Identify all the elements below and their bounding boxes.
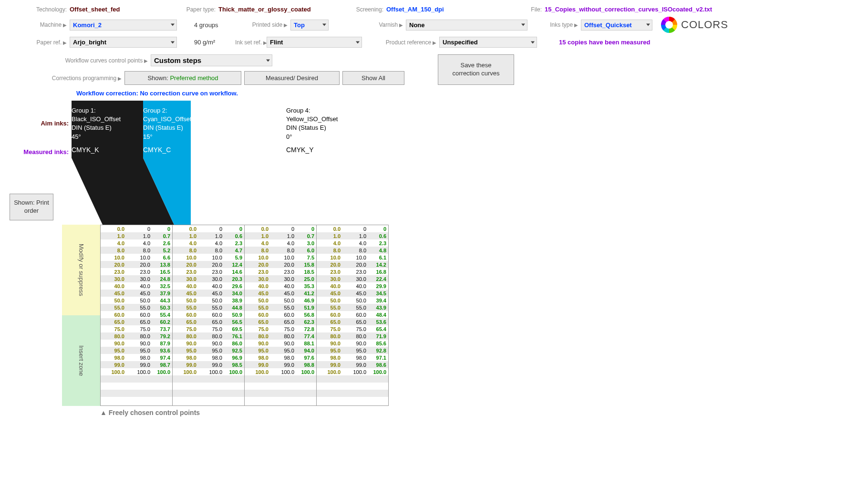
table-row[interactable]: 100.0100.0100.0 — [101, 368, 172, 375]
table-row[interactable]: 80.080.071.9 — [317, 332, 388, 340]
workflow-points-select[interactable]: Custom steps — [151, 54, 272, 66]
table-row[interactable]: 1.01.00.7 — [245, 232, 316, 239]
table-row[interactable] — [101, 375, 172, 383]
table-row[interactable]: 75.075.065.4 — [317, 325, 388, 332]
table-row[interactable]: 100.0100.0100.0 — [173, 368, 244, 375]
table-row[interactable] — [245, 375, 316, 383]
table-row[interactable] — [317, 383, 388, 390]
table-row[interactable]: 40.040.029.9 — [317, 282, 388, 290]
table-row[interactable]: 1.01.00.6 — [173, 232, 244, 239]
table-row[interactable]: 65.065.056.5 — [173, 318, 244, 325]
table-row[interactable]: 75.075.072.8 — [245, 325, 316, 332]
table-row[interactable]: 99.099.098.5 — [173, 361, 244, 368]
table-row[interactable]: 40.040.029.6 — [173, 282, 244, 290]
table-row[interactable]: 75.075.073.7 — [101, 325, 172, 332]
table-row[interactable]: 8.08.06.0 — [245, 247, 316, 254]
table-row[interactable]: 95.095.094.0 — [245, 347, 316, 354]
table-row[interactable]: 90.090.085.6 — [317, 340, 388, 347]
table-row[interactable] — [173, 390, 244, 397]
table-row[interactable]: 40.040.035.3 — [245, 282, 316, 290]
print-order-button[interactable]: Shown: Print order — [10, 194, 53, 220]
table-row[interactable] — [317, 390, 388, 397]
table-row[interactable]: 20.020.012.4 — [173, 261, 244, 268]
paper-ref-select[interactable]: Arjo_bright — [70, 37, 177, 48]
table-row[interactable]: 99.099.098.7 — [101, 361, 172, 368]
table-row[interactable] — [173, 383, 244, 390]
table-row[interactable]: 60.060.055.4 — [101, 311, 172, 318]
machine-select[interactable]: Komori_2 — [70, 20, 177, 31]
table-row[interactable]: 23.023.016.8 — [317, 268, 388, 275]
table-row[interactable]: 60.060.050.9 — [173, 311, 244, 318]
table-row[interactable]: 98.098.096.9 — [173, 354, 244, 361]
table-row[interactable] — [101, 383, 172, 390]
table-row[interactable]: 55.055.051.9 — [245, 304, 316, 311]
table-row[interactable]: 50.050.046.9 — [245, 297, 316, 304]
table-row[interactable]: 95.095.092.5 — [173, 347, 244, 354]
table-row[interactable]: 23.023.018.5 — [245, 268, 316, 275]
table-row[interactable]: 60.060.056.8 — [245, 311, 316, 318]
table-row[interactable] — [101, 397, 172, 404]
varnish-select[interactable]: None — [406, 20, 527, 31]
table-row[interactable] — [245, 383, 316, 390]
table-row[interactable]: 80.080.076.1 — [173, 332, 244, 340]
save-curves-button[interactable]: Save these correction curves — [438, 54, 514, 85]
table-row[interactable]: 60.060.048.4 — [317, 311, 388, 318]
table-row[interactable]: 98.098.097.1 — [317, 354, 388, 361]
table-row[interactable]: 50.050.044.3 — [101, 297, 172, 304]
table-row[interactable]: 1.01.00.6 — [317, 232, 388, 239]
ink-set-ref-select[interactable]: Flint — [267, 37, 362, 48]
table-row[interactable]: 50.050.038.9 — [173, 297, 244, 304]
table-row[interactable]: 10.010.05.9 — [173, 254, 244, 261]
table-row[interactable]: 20.020.015.8 — [245, 261, 316, 268]
table-row[interactable]: 10.010.06.6 — [101, 254, 172, 261]
table-row[interactable]: 0.000 — [317, 225, 388, 232]
table-row[interactable]: 80.080.077.4 — [245, 332, 316, 340]
table-row[interactable]: 8.08.04.8 — [317, 247, 388, 254]
table-row[interactable]: 40.040.032.5 — [101, 282, 172, 290]
table-row[interactable]: 80.080.079.2 — [101, 332, 172, 340]
measured-desired-button[interactable]: Measured/ Desired — [244, 71, 340, 85]
table-row[interactable]: 98.098.097.6 — [245, 354, 316, 361]
table-row[interactable]: 45.045.041.2 — [245, 290, 316, 297]
show-all-button[interactable]: Show All — [342, 71, 404, 85]
table-row[interactable]: 45.045.034.0 — [173, 290, 244, 297]
table-row[interactable]: 65.065.062.3 — [245, 318, 316, 325]
table-row[interactable]: 65.065.060.2 — [101, 318, 172, 325]
table-row[interactable]: 90.090.088.1 — [245, 340, 316, 347]
product-ref-select[interactable]: Unspecified — [439, 37, 537, 48]
table-row[interactable]: 30.030.022.4 — [317, 275, 388, 282]
table-row[interactable]: 98.098.097.4 — [101, 354, 172, 361]
table-row[interactable]: 8.08.05.2 — [101, 247, 172, 254]
table-row[interactable]: 20.020.014.2 — [317, 261, 388, 268]
table-row[interactable]: 55.055.043.9 — [317, 304, 388, 311]
table-row[interactable]: 30.030.024.8 — [101, 275, 172, 282]
table-row[interactable]: 30.030.020.3 — [173, 275, 244, 282]
table-row[interactable]: 0.000 — [101, 225, 172, 232]
table-row[interactable]: 4.04.02.3 — [317, 239, 388, 247]
table-row[interactable] — [173, 375, 244, 383]
table-row[interactable]: 55.055.050.3 — [101, 304, 172, 311]
table-row[interactable] — [173, 397, 244, 404]
table-row[interactable]: 45.045.037.9 — [101, 290, 172, 297]
modify-suppress-button[interactable]: Modify or suppress — [62, 225, 100, 315]
shown-preferred-button[interactable]: Shown: Preferred method — [124, 71, 241, 85]
table-row[interactable]: 8.08.04.7 — [173, 247, 244, 254]
table-row[interactable]: 99.099.098.6 — [317, 361, 388, 368]
table-row[interactable]: 45.045.034.5 — [317, 290, 388, 297]
table-row[interactable]: 10.010.07.5 — [245, 254, 316, 261]
table-row[interactable]: 65.065.053.6 — [317, 318, 388, 325]
table-row[interactable]: 10.010.06.1 — [317, 254, 388, 261]
table-row[interactable]: 0.000 — [245, 225, 316, 232]
table-row[interactable]: 95.095.093.6 — [101, 347, 172, 354]
table-row[interactable]: 0.000 — [173, 225, 244, 232]
table-row[interactable]: 23.023.014.6 — [173, 268, 244, 275]
table-row[interactable]: 95.095.092.8 — [317, 347, 388, 354]
table-row[interactable]: 55.055.044.8 — [173, 304, 244, 311]
table-row[interactable]: 50.050.039.4 — [317, 297, 388, 304]
table-row[interactable] — [317, 397, 388, 404]
table-row[interactable]: 100.0100.0100.0 — [317, 368, 388, 375]
table-row[interactable]: 23.023.016.5 — [101, 268, 172, 275]
table-row[interactable] — [317, 375, 388, 383]
table-row[interactable]: 1.01.00.7 — [101, 232, 172, 239]
table-row[interactable]: 100.0100.0100.0 — [245, 368, 316, 375]
